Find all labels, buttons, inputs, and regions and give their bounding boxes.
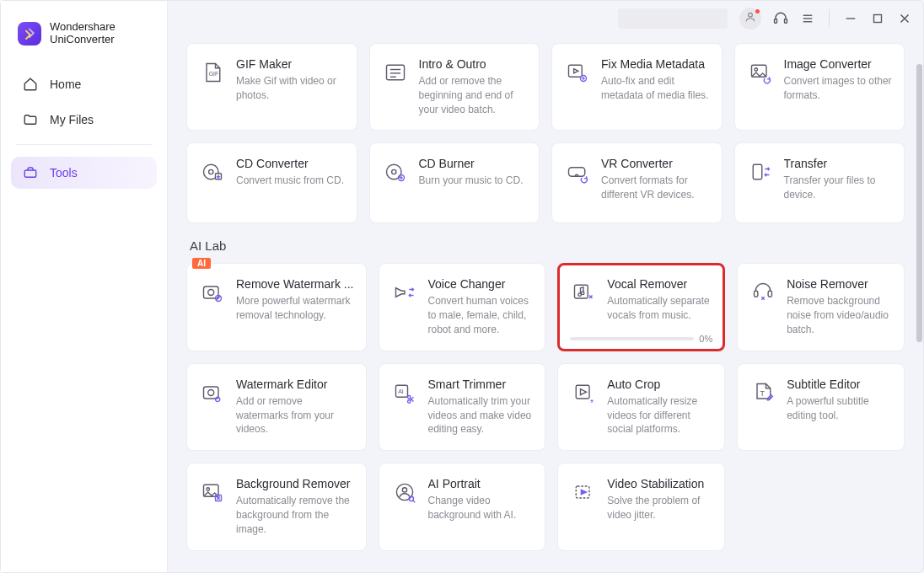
brand-logo-icon — [18, 22, 41, 46]
card-title: Subtitle Editor — [787, 378, 892, 391]
brand-line1: Wondershare — [50, 21, 116, 34]
card-auto-crop[interactable]: Auto Crop Automatically resize videos fo… — [557, 363, 725, 451]
sidebar: Wondershare UniConverter Home My Files — [1, 1, 168, 572]
header-separator — [829, 9, 830, 28]
card-fix-media-metadata[interactable]: Fix Media Metadata Auto-fix and edit met… — [551, 43, 723, 131]
card-title: Remove Watermark ... — [236, 277, 354, 291]
card-desc: Make Gif with video or photos. — [236, 74, 345, 103]
svg-point-1 — [749, 13, 753, 17]
sidebar-item-label: Home — [50, 78, 81, 91]
card-title: Noise Remover — [787, 277, 892, 291]
sidebar-item-label: My Files — [50, 113, 94, 126]
vertical-scrollbar[interactable] — [916, 39, 922, 568]
card-subtitle-editor[interactable]: T Subtitle Editor A powerful subtitle ed… — [737, 363, 905, 451]
svg-rect-12 — [386, 65, 404, 80]
card-smart-trimmer[interactable]: AI Smart Trimmer Automatically trim your… — [379, 363, 546, 451]
card-watermark-editor[interactable]: Watermark Editor Add or remove watermark… — [186, 363, 367, 451]
voice-changer-icon — [391, 279, 418, 306]
card-title: Intro & Outro — [419, 57, 528, 71]
card-ai-portrait[interactable]: AI Portrait Change video background with… — [379, 463, 546, 550]
card-transfer[interactable]: Transfer Transfer your files to device. — [734, 142, 905, 223]
svg-rect-40 — [204, 387, 219, 399]
window-maximize-button[interactable] — [870, 11, 885, 26]
account-button[interactable] — [739, 8, 761, 29]
toolbox-icon — [23, 165, 38, 180]
svg-rect-3 — [785, 19, 787, 24]
card-background-remover[interactable]: Background Remover Automatically remove … — [186, 463, 367, 550]
vr-icon — [564, 158, 591, 185]
menu-lines-icon[interactable] — [800, 11, 815, 26]
home-icon — [23, 77, 38, 92]
header-placeholder-box — [618, 8, 728, 29]
card-title: CD Converter — [236, 157, 344, 170]
svg-rect-2 — [775, 19, 777, 24]
svg-point-27 — [391, 170, 395, 174]
card-vr-converter[interactable]: VR Converter Convert formats for differe… — [551, 142, 723, 223]
sidebar-item-label: Tools — [50, 166, 78, 179]
svg-point-37 — [582, 292, 585, 296]
sidebar-divider — [16, 144, 152, 145]
window-minimize-button[interactable] — [843, 11, 858, 26]
card-desc: Automatically trim your videos and make … — [428, 394, 534, 436]
sidebar-item-my-files[interactable]: My Files — [11, 104, 157, 136]
svg-point-52 — [207, 488, 210, 491]
sidebar-item-home[interactable]: Home — [11, 68, 157, 100]
card-image-converter[interactable]: Image Converter Convert images to other … — [734, 43, 905, 131]
tools-grid-top: GIF GIF Maker Make Gif with video or pho… — [186, 43, 905, 223]
window-close-button[interactable] — [897, 11, 912, 26]
background-remover-icon — [199, 479, 226, 506]
svg-rect-0 — [24, 170, 36, 177]
svg-marker-59 — [582, 490, 587, 495]
svg-point-55 — [402, 488, 406, 492]
card-title: Fix Media Metadata — [601, 57, 710, 71]
main-content: GIF GIF Maker Make Gif with video or pho… — [168, 1, 923, 572]
card-title: Smart Trimmer — [428, 378, 534, 391]
sidebar-nav: Home My Files Tools — [11, 68, 157, 189]
card-noise-remover[interactable]: Noise Remover Remove background noise fr… — [737, 263, 905, 351]
folder-icon — [23, 112, 38, 127]
sidebar-item-tools[interactable]: Tools — [11, 157, 157, 189]
svg-point-22 — [755, 68, 758, 72]
ai-portrait-icon — [391, 479, 418, 506]
card-desc: Convert human voices to male, female, ch… — [428, 294, 534, 336]
card-gif-maker[interactable]: GIF GIF Maker Make Gif with video or pho… — [186, 43, 357, 131]
card-desc: More powerful watermark removal technolo… — [236, 294, 354, 323]
remove-watermark-icon — [199, 279, 226, 306]
svg-text:AI: AI — [398, 388, 404, 394]
card-desc: Convert formats for different VR devices… — [601, 174, 710, 202]
card-title: Video Stabilization — [607, 477, 712, 490]
card-title: Image Converter — [784, 57, 893, 71]
card-progress: 0% — [570, 334, 712, 344]
svg-rect-8 — [874, 15, 882, 23]
image-convert-icon — [747, 59, 774, 86]
cd-import-icon — [199, 158, 226, 185]
svg-point-26 — [386, 165, 401, 180]
card-intro-outro[interactable]: Intro & Outro Add or remove the beginnin… — [369, 43, 540, 131]
progress-bar — [570, 337, 694, 340]
support-headset-icon[interactable] — [773, 11, 788, 26]
card-desc: Convert images to other formats. — [784, 74, 893, 103]
svg-point-24 — [209, 170, 213, 174]
card-desc: Change video background with AI. — [428, 494, 534, 522]
card-desc: A powerful subtitle editing tool. — [787, 394, 892, 423]
card-title: Vocal Remover — [607, 277, 712, 291]
card-voice-changer[interactable]: Voice Changer Convert human voices to ma… — [379, 263, 546, 351]
card-video-stabilization[interactable]: Video Stabilization Solve the problem of… — [557, 463, 725, 550]
gif-icon: GIF — [199, 59, 226, 86]
card-cd-converter[interactable]: CD Converter Convert music from CD. — [186, 142, 357, 223]
card-title: GIF Maker — [236, 57, 345, 71]
scrollbar-thumb[interactable] — [916, 64, 922, 342]
card-title: CD Burner — [419, 157, 524, 170]
card-cd-burner[interactable]: CD Burner Burn your music to CD. — [369, 142, 540, 223]
card-desc: Automatically remove the background from… — [236, 494, 354, 536]
card-desc: Burn your music to CD. — [419, 174, 524, 188]
card-remove-watermark[interactable]: AI Remove Watermark ... More powerful wa… — [186, 263, 367, 351]
vocal-remover-icon — [570, 279, 597, 306]
progress-percent: 0% — [699, 334, 712, 344]
card-desc: Convert music from CD. — [236, 174, 344, 188]
card-desc: Remove background noise from video/audio… — [787, 294, 892, 336]
svg-point-32 — [208, 290, 214, 296]
svg-rect-16 — [569, 65, 583, 77]
card-vocal-remover[interactable]: Vocal Remover Automatically separate voc… — [557, 263, 725, 351]
svg-rect-39 — [768, 292, 771, 297]
